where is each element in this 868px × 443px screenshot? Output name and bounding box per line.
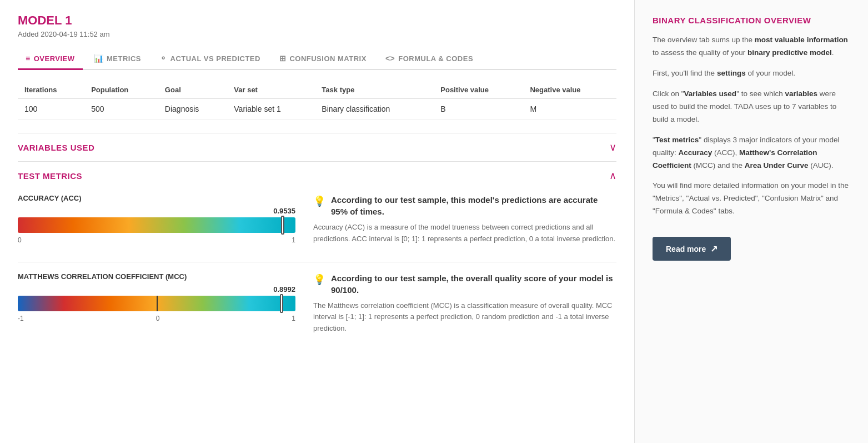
mcc-insight-body: The Matthews correlation coefficient (MC…	[313, 300, 616, 335]
mcc-insight-title: According to our test sample, the overal…	[331, 272, 616, 296]
tab-actual-vs-predicted[interactable]: ⚬ ACTUAL VS PREDICTED	[152, 48, 268, 70]
col-varset: Var set	[227, 81, 315, 99]
model-title: MODEL 1	[18, 13, 616, 28]
side-panel-body: The overview tab sums up the most valuab…	[653, 34, 850, 218]
accuracy-bar-min: 0	[18, 236, 22, 244]
mcc-bar-min: -1	[18, 315, 24, 322]
mcc-bar	[18, 296, 295, 311]
col-goal: Goal	[158, 81, 227, 99]
accuracy-bulb-icon: 💡	[313, 195, 325, 207]
read-more-button[interactable]: Read more ↗	[653, 237, 731, 261]
test-metrics-chevron-up-icon: ∧	[609, 170, 616, 182]
cell-positive: B	[434, 99, 523, 120]
cell-goal: Diagnosis	[158, 99, 227, 120]
accuracy-bar-max: 1	[292, 236, 295, 244]
tab-overview[interactable]: ≡ OVERVIEW	[18, 48, 83, 70]
tab-confusion-matrix[interactable]: ⊞ CONFUSION MATRIX	[272, 48, 374, 70]
overview-icon: ≡	[26, 54, 31, 63]
model-added: Added 2020-04-19 11:52 am	[18, 30, 616, 38]
cell-varset: Variable set 1	[227, 99, 315, 120]
mcc-block: MATTHEWS CORRELATION COEFFICIENT (MCC) 0…	[18, 272, 616, 335]
side-para-5: You will find more detailed information …	[653, 180, 850, 218]
cell-negative: M	[523, 99, 616, 120]
scatter-icon: ⚬	[160, 54, 167, 63]
code-icon: <>	[385, 54, 395, 63]
cell-iterations: 100	[18, 99, 84, 120]
mcc-bar-mid: 0	[156, 315, 160, 322]
variables-used-title: VARIABLES USED	[18, 143, 94, 152]
metrics-content: ACCURACY (ACC) 0.9535 0 1	[18, 194, 616, 335]
mcc-bulb-icon: 💡	[313, 273, 325, 286]
col-iterations: Iterations	[18, 81, 84, 99]
accuracy-label: ACCURACY (ACC)	[18, 194, 295, 202]
side-para-3: Click on "Variables used" to see which v…	[653, 88, 850, 126]
variables-used-section[interactable]: VARIABLES USED ∨	[18, 133, 616, 161]
accuracy-insight-title: According to our test sample, this model…	[331, 194, 616, 217]
cell-tasktype: Binary classification	[315, 99, 434, 120]
accuracy-insight-body: Accuracy (ACC) is a measure of the model…	[313, 222, 616, 245]
settings-table: Iterations Population Goal Var set Task …	[18, 81, 616, 120]
external-link-icon: ↗	[710, 243, 718, 254]
col-positive: Positive value	[434, 81, 523, 99]
col-population: Population	[84, 81, 158, 99]
side-panel-title: BINARY CLASSIFICATION OVERVIEW	[653, 16, 850, 25]
accuracy-value: 0.9535	[273, 207, 295, 215]
read-more-label: Read more	[666, 245, 706, 253]
nav-tabs: ≡ OVERVIEW 📊 METRICS ⚬ ACTUAL VS PREDICT…	[18, 48, 616, 70]
test-metrics-title: TEST METRICS	[18, 171, 82, 181]
variables-chevron-down-icon: ∨	[609, 141, 616, 153]
accuracy-block: ACCURACY (ACC) 0.9535 0 1	[18, 194, 616, 245]
side-para-2: First, you'll find the settings of your …	[653, 67, 850, 80]
cell-population: 500	[84, 99, 158, 120]
accuracy-bar	[18, 217, 295, 233]
table-row: 100 500 Diagnosis Variable set 1 Binary …	[18, 99, 616, 120]
grid-icon: ⊞	[279, 54, 287, 63]
mcc-bar-max: 1	[292, 315, 295, 322]
col-negative: Negative value	[523, 81, 616, 99]
tab-formula-codes[interactable]: <> FORMULA & CODES	[378, 48, 481, 70]
test-metrics-section[interactable]: TEST METRICS ∧	[18, 162, 616, 190]
mcc-value: 0.8992	[273, 285, 295, 293]
metrics-icon: 📊	[94, 54, 104, 63]
side-para-1: The overview tab sums up the most valuab…	[653, 34, 850, 59]
tab-metrics[interactable]: 📊 METRICS	[86, 48, 149, 70]
col-tasktype: Task type	[315, 81, 434, 99]
mcc-label: MATTHEWS CORRELATION COEFFICIENT (MCC)	[18, 272, 295, 281]
side-para-4: "Test metrics" displays 3 major indicato…	[653, 134, 850, 172]
